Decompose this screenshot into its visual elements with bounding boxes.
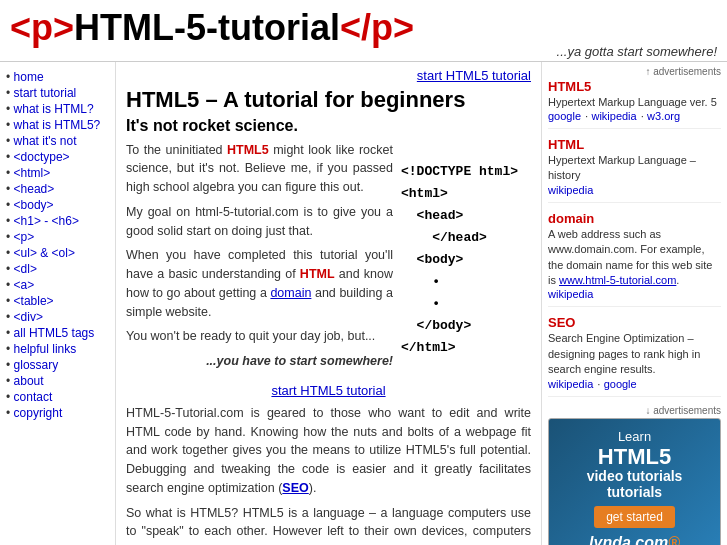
- sidebar-html5-wikipedia[interactable]: wikipedia: [591, 110, 636, 122]
- sidebar-html-links: wikipedia: [548, 184, 721, 196]
- nav-link-what-its-not[interactable]: what it's not: [14, 134, 77, 148]
- ad-video: video tutorials: [559, 468, 710, 484]
- para4: You won't be ready to quit your day job,…: [126, 327, 393, 346]
- left-nav: home start tutorial what is HTML? what i…: [0, 62, 115, 545]
- ad-get-started-button[interactable]: get started: [594, 506, 675, 528]
- ad-lynda-registered: ®: [668, 534, 680, 546]
- nav-item-glossary[interactable]: glossary: [6, 358, 109, 372]
- nav-item-what-is-html[interactable]: what is HTML?: [6, 102, 109, 116]
- nav-item-table[interactable]: <table>: [6, 294, 109, 308]
- sidebar-domain-wikipedia[interactable]: wikipedia: [548, 288, 593, 300]
- lower-para1: HTML-5-Tutorial.com is geared to those w…: [126, 404, 531, 498]
- domain-highlight: domain: [270, 286, 311, 300]
- ads-label-top: ↑ advertisements: [548, 66, 721, 77]
- nav-item-what-is-html5[interactable]: what is HTML5?: [6, 118, 109, 132]
- nav-link-p[interactable]: <p>: [14, 230, 35, 244]
- para3: When you have completed this tutorial yo…: [126, 246, 393, 321]
- nav-item-dl[interactable]: <dl>: [6, 262, 109, 276]
- nav-item-home[interactable]: home: [6, 70, 109, 84]
- nav-item-what-its-not[interactable]: what it's not: [6, 134, 109, 148]
- nav-link-dl[interactable]: <dl>: [14, 262, 37, 276]
- nav-link-copyright[interactable]: copyright: [14, 406, 63, 420]
- html5-is-language: HTML5 is a language: [243, 506, 365, 520]
- nav-link-what-is-html5[interactable]: what is HTML5?: [14, 118, 101, 132]
- sidebar-domain-links: wikipedia: [548, 288, 721, 300]
- ads-label-bottom: ↓ advertisements: [548, 405, 721, 416]
- sidebar-html5-w3org[interactable]: w3.org: [647, 110, 680, 122]
- nav-item-doctype[interactable]: <doctype>: [6, 150, 109, 164]
- sidebar-seo-links: wikipedia· google: [548, 378, 721, 390]
- nav-link-what-is-html[interactable]: what is HTML?: [14, 102, 94, 116]
- layout: home start tutorial what is HTML? what i…: [0, 62, 727, 545]
- start-link-top[interactable]: start HTML5 tutorial: [126, 68, 531, 83]
- nav-link-div[interactable]: <div>: [14, 310, 43, 324]
- sidebar-html-title: HTML: [548, 137, 721, 152]
- nav-link-start-tutorial[interactable]: start tutorial: [14, 86, 77, 100]
- nav-list: home start tutorial what is HTML? what i…: [6, 70, 109, 420]
- code-block: <!DOCTYPE html> <html> <head> </head> <b…: [401, 141, 531, 377]
- page-title: <p>HTML-5-tutorial</p>: [10, 8, 717, 48]
- sidebar-html-desc: Hypertext Markup Language – history: [548, 153, 721, 184]
- nav-link-doctype[interactable]: <doctype>: [14, 150, 70, 164]
- close-tag: </p>: [340, 7, 414, 48]
- nav-item-html[interactable]: <html>: [6, 166, 109, 180]
- sidebar-domain-desc: A web address such as www.domain.com. Fo…: [548, 227, 721, 289]
- nav-link-helpful-links[interactable]: helpful links: [14, 342, 77, 356]
- sidebar-html5-title: HTML5: [548, 79, 721, 94]
- start-link-bottom[interactable]: start HTML5 tutorial: [126, 383, 531, 398]
- main-subheading: It's not rocket science.: [126, 117, 531, 135]
- nav-item-helpful-links[interactable]: helpful links: [6, 342, 109, 356]
- sidebar-seo-google[interactable]: google: [604, 378, 637, 390]
- nav-item-h1-h6[interactable]: <h1> - <h6>: [6, 214, 109, 228]
- nav-item-ul-ol[interactable]: <ul> & <ol>: [6, 246, 109, 260]
- content-area: To the uninitiated HTML5 might look like…: [126, 141, 531, 377]
- nav-item-a[interactable]: <a>: [6, 278, 109, 292]
- lower-para2: So what is HTML5? HTML5 is a language – …: [126, 504, 531, 545]
- sidebar-html5-desc: Hypertext Markup Language ver. 5: [548, 95, 721, 110]
- sidebar-entry-seo: SEO Search Engine Optimization – designi…: [548, 315, 721, 396]
- italic-line: ...you have to start somewhere!: [126, 352, 393, 371]
- ad-learn: Learn: [559, 429, 710, 444]
- nav-item-p[interactable]: <p>: [6, 230, 109, 244]
- nav-item-about[interactable]: about: [6, 374, 109, 388]
- nav-link-ul-ol[interactable]: <ul> & <ol>: [14, 246, 75, 260]
- sidebar-entry-html: HTML Hypertext Markup Language – history…: [548, 137, 721, 203]
- nav-item-body[interactable]: <body>: [6, 198, 109, 212]
- nav-link-home[interactable]: home: [14, 70, 44, 84]
- site-url: www.html-5-tutorial.com: [559, 274, 676, 286]
- html5-highlight: HTML5: [227, 143, 269, 157]
- nav-link-contact[interactable]: contact: [14, 390, 53, 404]
- nav-link-glossary[interactable]: glossary: [14, 358, 59, 372]
- nav-link-body[interactable]: <body>: [14, 198, 54, 212]
- nav-item-start-tutorial[interactable]: start tutorial: [6, 86, 109, 100]
- nav-item-head[interactable]: <head>: [6, 182, 109, 196]
- page-title-bar: <p>HTML-5-tutorial</p> ...ya gotta start…: [0, 0, 727, 62]
- text-column: To the uninitiated HTML5 might look like…: [126, 141, 393, 377]
- seo-link[interactable]: SEO: [282, 481, 308, 495]
- sidebar-seo-desc: Search Engine Optimization – designing p…: [548, 331, 721, 377]
- sidebar-domain-title: domain: [548, 211, 721, 226]
- sidebar-seo-wikipedia[interactable]: wikipedia: [548, 378, 593, 390]
- sidebar-html5-google[interactable]: google: [548, 110, 581, 122]
- para1: To the uninitiated HTML5 might look like…: [126, 141, 393, 197]
- ad-tutorials: tutorials: [559, 484, 710, 500]
- ad-box: Learn HTML5 video tutorials tutorials ge…: [548, 418, 721, 546]
- nav-item-copyright[interactable]: copyright: [6, 406, 109, 420]
- sidebar-entry-domain: domain A web address such as www.domain.…: [548, 211, 721, 308]
- nav-link-h1-h6[interactable]: <h1> - <h6>: [14, 214, 79, 228]
- nav-item-all-tags[interactable]: all HTML5 tags: [6, 326, 109, 340]
- nav-link-head[interactable]: <head>: [14, 182, 55, 196]
- sidebar-html-wikipedia[interactable]: wikipedia: [548, 184, 593, 196]
- nav-link-a[interactable]: <a>: [14, 278, 35, 292]
- start-link-bottom-anchor[interactable]: start HTML5 tutorial: [271, 383, 385, 398]
- nav-item-contact[interactable]: contact: [6, 390, 109, 404]
- nav-link-html[interactable]: <html>: [14, 166, 51, 180]
- nav-item-div[interactable]: <div>: [6, 310, 109, 324]
- nav-link-about[interactable]: about: [14, 374, 44, 388]
- start-link-top-anchor[interactable]: start HTML5 tutorial: [417, 68, 531, 83]
- nav-link-table[interactable]: <table>: [14, 294, 54, 308]
- ad-lynda: lynda.com®: [559, 534, 710, 546]
- main-content: start HTML5 tutorial HTML5 – A tutorial …: [115, 62, 542, 545]
- sidebar-seo-title: SEO: [548, 315, 721, 330]
- nav-link-all-tags[interactable]: all HTML5 tags: [14, 326, 95, 340]
